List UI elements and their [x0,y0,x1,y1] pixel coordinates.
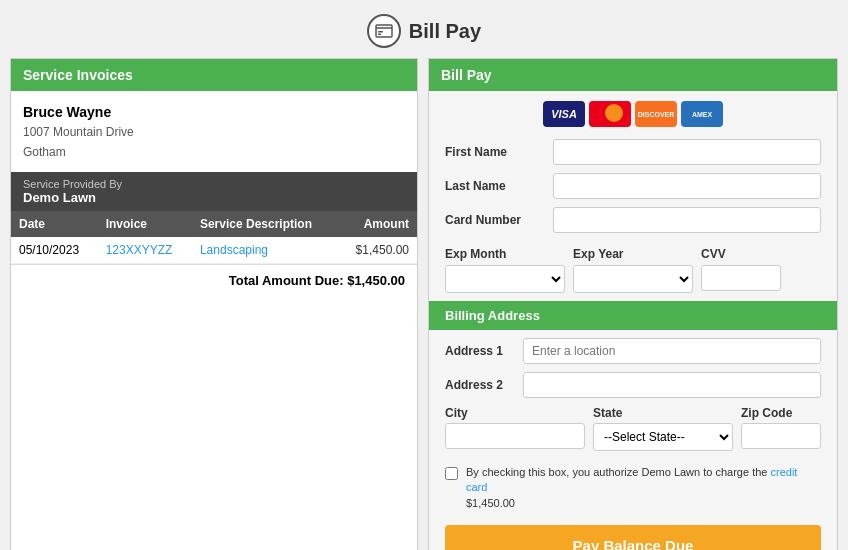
table-row: 05/10/2023 123XXYYZZ Landscaping $1,450.… [11,237,417,264]
customer-city: Gotham [23,143,405,162]
authorize-row: By checking this box, you authorize Demo… [429,459,837,517]
last-name-label: Last Name [445,179,545,193]
last-name-row: Last Name [445,173,821,199]
zip-input[interactable] [741,423,821,449]
address1-label: Address 1 [445,344,515,358]
city-group: City [445,406,585,451]
exp-cvv-row: Exp Month 01020304 05060708 09101112 Exp… [429,247,837,293]
address2-label: Address 2 [445,378,515,392]
first-name-row: First Name [445,139,821,165]
exp-month-group: Exp Month 01020304 05060708 09101112 [445,247,565,293]
exp-year-label: Exp Year [573,247,693,261]
authorize-text: By checking this box, you authorize Demo… [466,465,821,511]
first-name-section: First Name Last Name Card Number [429,133,837,247]
authorize-link: credit card [466,466,797,493]
page-header: Bill Pay [367,0,481,58]
service-provider-label: Service Provided By [23,178,405,190]
exp-month-select[interactable]: 01020304 05060708 09101112 [445,265,565,293]
address1-row: Address 1 [429,338,837,364]
customer-info: Bruce Wayne 1007 Mountain Drive Gotham [11,91,417,172]
bill-pay-icon [367,14,401,48]
pay-button[interactable]: Pay Balance Due [445,525,821,550]
card-logos: VISA DISCOVER AMEX [429,91,837,133]
exp-month-label: Exp Month [445,247,565,261]
state-select[interactable]: --Select State-- ALAKAZARCA COCTDEFLGA H… [593,423,733,451]
cvv-input[interactable] [701,265,781,291]
city-label: City [445,406,585,420]
authorize-checkbox[interactable] [445,467,458,480]
cvv-group: CVV [701,247,781,291]
discover-logo: DISCOVER [635,101,677,127]
page-title: Bill Pay [409,20,481,43]
address1-input[interactable] [523,338,821,364]
visa-logo: VISA [543,101,585,127]
col-date: Date [11,211,98,237]
bill-pay-header: Bill Pay [429,59,837,91]
state-group: State --Select State-- ALAKAZARCA COCTDE… [593,406,733,451]
card-number-row: Card Number [445,207,821,233]
col-invoice: Invoice [98,211,192,237]
card-number-input[interactable] [553,207,821,233]
exp-year-group: Exp Year 20242025202620272028 [573,247,693,293]
row-amount: $1,450.00 [338,237,417,264]
service-invoices-header: Service Invoices [11,59,417,91]
first-name-label: First Name [445,145,545,159]
last-name-input[interactable] [553,173,821,199]
billing-address-header: Billing Address [429,301,837,330]
right-panel: Bill Pay VISA DISCOVER AMEX First Name L… [428,58,838,550]
invoice-table: Date Invoice Service Description Amount … [11,211,417,264]
city-state-zip-row: City State --Select State-- ALAKAZARCA C… [429,406,837,451]
row-invoice: 123XXYYZZ [98,237,192,264]
left-panel: Service Invoices Bruce Wayne 1007 Mounta… [10,58,418,550]
address2-row: Address 2 [429,372,837,398]
zip-group: Zip Code [741,406,821,451]
state-label: State [593,406,733,420]
svg-rect-0 [376,25,392,37]
first-name-input[interactable] [553,139,821,165]
amex-logo: AMEX [681,101,723,127]
row-date: 05/10/2023 [11,237,98,264]
customer-address-line1: 1007 Mountain Drive [23,123,405,142]
exp-year-select[interactable]: 20242025202620272028 [573,265,693,293]
mastercard-logo [589,101,631,127]
customer-name: Bruce Wayne [23,101,405,123]
service-provider-name: Demo Lawn [23,190,405,205]
col-amount: Amount [338,211,417,237]
main-container: Service Invoices Bruce Wayne 1007 Mounta… [0,58,848,550]
col-description: Service Description [192,211,338,237]
total-amount: Total Amount Due: $1,450.00 [11,264,417,296]
zip-label: Zip Code [741,406,821,420]
address2-input[interactable] [523,372,821,398]
service-provider-bar: Service Provided By Demo Lawn [11,172,417,211]
svg-rect-2 [378,31,383,33]
city-input[interactable] [445,423,585,449]
svg-rect-3 [378,34,381,36]
cvv-label: CVV [701,247,781,261]
card-number-label: Card Number [445,213,545,227]
row-description: Landscaping [192,237,338,264]
